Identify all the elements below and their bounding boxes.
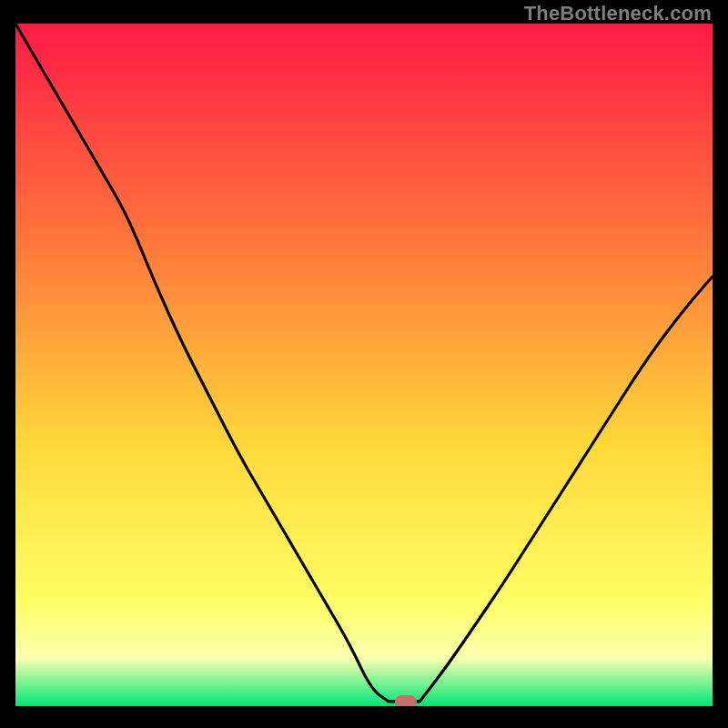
chart-frame: TheBottleneck.com (0, 0, 728, 728)
watermark-label: TheBottleneck.com (524, 2, 712, 25)
plot-area (15, 24, 713, 706)
gradient-background (15, 24, 713, 706)
optimal-marker (395, 695, 417, 706)
plot-svg (15, 24, 713, 706)
